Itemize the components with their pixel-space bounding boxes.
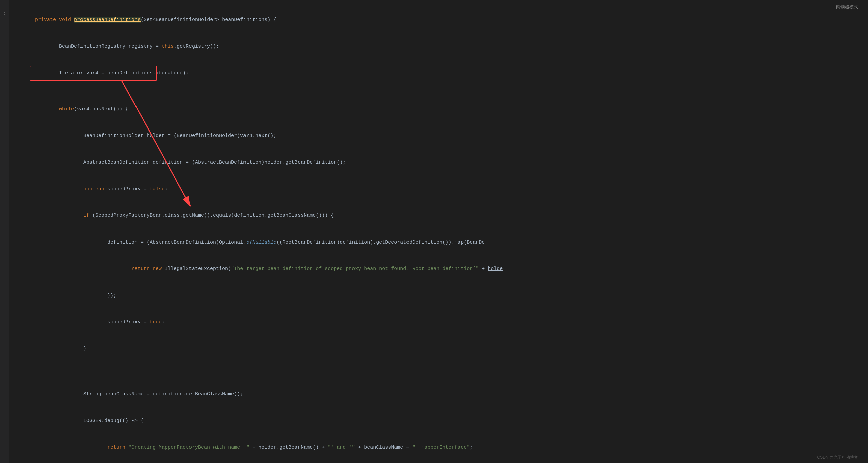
code-line-12: }); [23, 282, 868, 309]
code-line-13: scopedProxy = true; [23, 309, 868, 336]
code-container: private void processBeanDefinitions(Set<… [9, 0, 868, 463]
sidebar-icon-1[interactable]: ⋮ [2, 8, 8, 16]
code-line-20: }); [23, 461, 868, 463]
code-line-5: while(var4.hasNext()) { [23, 96, 868, 122]
left-sidebar: ⋮ [0, 0, 9, 463]
code-line-19: return "Creating MapperFactoryBean with … [23, 434, 868, 461]
code-line-3: Iterator var4 = beanDefinitions.iterator… [23, 60, 868, 87]
code-line-14: } [23, 336, 868, 362]
code-line-9: if (ScopedProxyFactoryBean.class.getName… [23, 203, 868, 229]
code-line-16 [23, 372, 868, 381]
method-processBeanDefinitions: processBeanDefinitions [74, 17, 141, 23]
code-line-11: return new IllegalStateException("The ta… [23, 256, 868, 282]
code-line-10: definition = (AbstractBeanDefinition)Opt… [23, 229, 868, 256]
kw-private: private [35, 17, 59, 23]
code-line-2: BeanDefinitionRegistry registry = this.g… [23, 33, 868, 60]
kw-void: void [59, 17, 74, 23]
code-line-6: BeanDefinitionHolder holder = (BeanDefin… [23, 122, 868, 149]
code-line-17: String beanClassName = definition.getBea… [23, 381, 868, 407]
code-line-7: AbstractBeanDefinition definition = (Abs… [23, 149, 868, 176]
code-line-18: LOGGER.debug(() -> { [23, 408, 868, 434]
code-line-15 [23, 362, 868, 372]
code-paren: (Set<BeanDefinitionHolder> beanDefinitio… [141, 17, 276, 23]
code-line-4 [23, 87, 868, 96]
csdn-watermark: CSDN @光子行动博客 [817, 455, 858, 460]
code-line-8: boolean scopedProxy = false; [23, 176, 868, 202]
code-line-1: private void processBeanDefinitions(Set<… [23, 7, 868, 33]
